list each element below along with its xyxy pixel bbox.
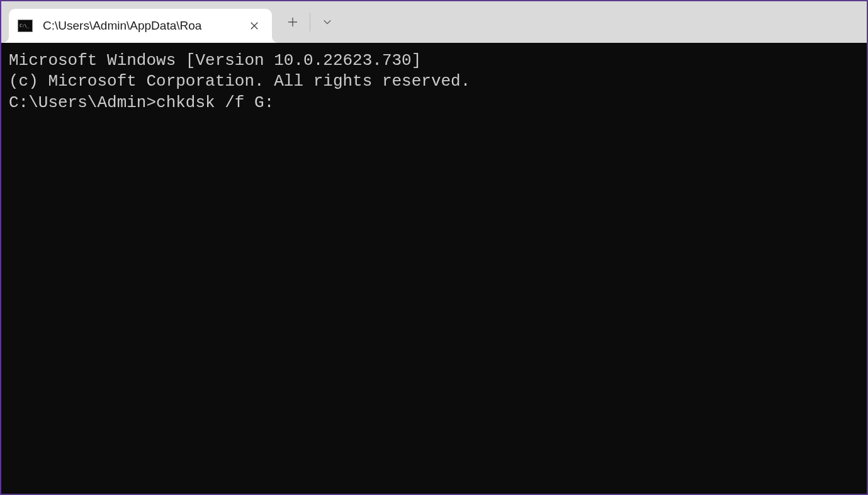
close-tab-button[interactable] [245, 17, 263, 35]
divider [310, 13, 310, 31]
tab-dropdown-button[interactable] [312, 9, 343, 35]
new-tab-button[interactable] [277, 9, 308, 35]
terminal-output-line: (c) Microsoft Corporation. All rights re… [9, 71, 859, 92]
titlebar-actions [277, 1, 343, 43]
terminal-window: C:\_ C:\Users\Admin\AppData\Roa [0, 0, 868, 495]
terminal-viewport[interactable]: Microsoft Windows [Version 10.0.22623.73… [1, 43, 867, 494]
cmd-icon: C:\_ [18, 20, 33, 32]
tab-title: C:\Users\Admin\AppData\Roa [43, 19, 240, 33]
terminal-prompt: C:\Users\Admin> [9, 93, 156, 112]
terminal-command-input[interactable]: chkdsk /f G: [156, 93, 274, 112]
terminal-output-line: Microsoft Windows [Version 10.0.22623.73… [9, 50, 859, 71]
titlebar[interactable]: C:\_ C:\Users\Admin\AppData\Roa [1, 1, 867, 43]
terminal-prompt-line: C:\Users\Admin>chkdsk /f G: [9, 93, 859, 113]
chevron-down-icon [323, 18, 332, 26]
active-tab[interactable]: C:\_ C:\Users\Admin\AppData\Roa [9, 9, 272, 43]
plus-icon [288, 17, 298, 27]
close-icon [250, 21, 259, 30]
